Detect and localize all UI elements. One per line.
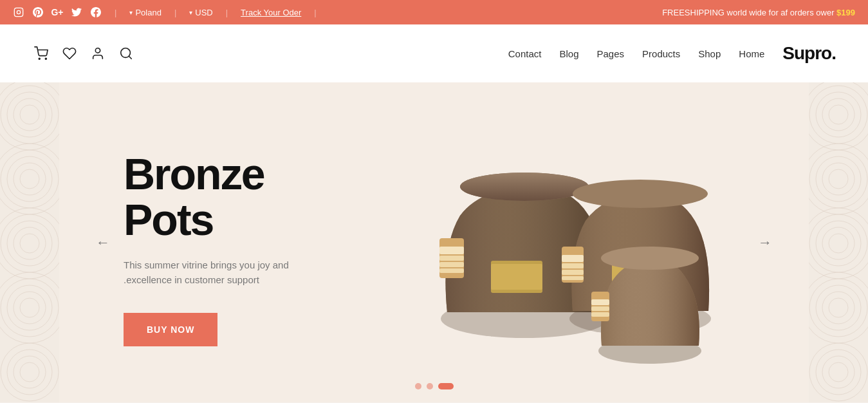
nav-home[interactable]: Home xyxy=(739,48,764,59)
svg-point-52 xyxy=(829,362,848,382)
svg-rect-61 xyxy=(439,256,464,261)
svg-point-1 xyxy=(17,10,20,14)
svg-point-3 xyxy=(39,58,40,59)
svg-point-29 xyxy=(14,356,46,388)
svg-rect-62 xyxy=(439,262,464,267)
svg-point-41 xyxy=(809,144,868,214)
svg-point-42 xyxy=(829,234,848,253)
svg-rect-70 xyxy=(562,263,584,268)
user-icon[interactable] xyxy=(89,44,107,62)
svg-rect-60 xyxy=(439,247,464,254)
region-label: Poland xyxy=(135,8,161,17)
svg-point-35 xyxy=(809,86,867,144)
svg-rect-80 xyxy=(591,312,609,317)
nav-shop[interactable]: Shop xyxy=(698,48,721,59)
svg-point-40 xyxy=(809,150,867,208)
svg-point-36 xyxy=(809,82,868,150)
swirl-decoration-left xyxy=(0,82,59,402)
svg-point-19 xyxy=(14,227,46,259)
svg-rect-72 xyxy=(562,276,584,280)
svg-point-58 xyxy=(460,173,589,201)
slide-inner: Bronze Pots This summer vitrine brings y… xyxy=(59,82,809,402)
svg-point-55 xyxy=(809,343,867,401)
svg-rect-71 xyxy=(562,270,584,275)
logo[interactable]: Supro. xyxy=(782,43,836,64)
main-nav: Contact Blog Pages Products Shop Home xyxy=(508,48,765,59)
svg-point-43 xyxy=(822,227,854,259)
svg-point-4 xyxy=(45,58,46,59)
slide-text: Bronze Pots This summer vitrine brings y… xyxy=(124,138,368,347)
chevron-down-icon: ▾ xyxy=(129,9,133,16)
facebook-icon[interactable] xyxy=(90,6,102,18)
svg-point-18 xyxy=(20,234,39,253)
hero-section: ← → Bronze Pots This summer vitrine brin… xyxy=(0,82,868,402)
prev-arrow[interactable]: ← xyxy=(91,231,115,254)
svg-point-53 xyxy=(822,356,854,388)
bronze-pots-image xyxy=(396,132,730,383)
svg-point-50 xyxy=(809,279,867,337)
instagram-icon[interactable] xyxy=(13,6,24,18)
swirl-decoration-right xyxy=(809,82,868,402)
nav-blog[interactable]: Blog xyxy=(559,48,578,59)
track-order-link[interactable]: Track Your Oder xyxy=(241,8,301,17)
twitter-icon[interactable] xyxy=(71,6,82,18)
svg-point-21 xyxy=(1,214,59,272)
track-order-text[interactable]: Track Your Oder xyxy=(241,8,301,17)
divider-2: | xyxy=(174,8,176,17)
pinterest-icon[interactable] xyxy=(32,6,44,18)
dot-1[interactable] xyxy=(415,383,421,389)
svg-point-11 xyxy=(1,86,59,144)
divider-1: | xyxy=(115,8,116,17)
svg-point-33 xyxy=(822,98,854,131)
next-arrow[interactable]: → xyxy=(753,231,777,254)
svg-point-22 xyxy=(0,208,59,279)
svg-point-23 xyxy=(20,298,39,317)
google-plus-icon[interactable]: G+ xyxy=(51,6,63,18)
svg-point-38 xyxy=(822,163,854,195)
shipping-notice: FREESHIPPING world wide for af orders ow… xyxy=(662,8,855,17)
divider-4: | xyxy=(314,8,316,17)
svg-point-8 xyxy=(20,105,39,124)
header: Contact Blog Pages Products Shop Home Su… xyxy=(0,24,868,82)
cart-icon[interactable] xyxy=(32,44,50,62)
svg-point-48 xyxy=(822,292,854,324)
shipping-price: $199 xyxy=(836,8,855,17)
slide-dots xyxy=(415,383,454,389)
svg-point-17 xyxy=(0,144,59,214)
nav-products[interactable]: Products xyxy=(642,48,680,59)
svg-point-37 xyxy=(829,169,848,189)
header-icons xyxy=(32,44,508,62)
svg-point-67 xyxy=(573,180,708,208)
region-selector[interactable]: ▾ Poland xyxy=(129,8,161,17)
currency-label: USD xyxy=(195,8,212,17)
svg-point-27 xyxy=(0,272,59,343)
svg-rect-0 xyxy=(14,8,23,16)
dot-2[interactable] xyxy=(427,383,433,389)
svg-point-45 xyxy=(809,214,867,272)
buy-now-button[interactable]: BUY NOW xyxy=(124,313,217,346)
slide-title: Bronze Pots xyxy=(124,151,368,243)
slide-image xyxy=(368,82,757,402)
svg-rect-78 xyxy=(591,299,609,305)
svg-point-2 xyxy=(21,10,21,10)
social-links: G+ xyxy=(13,6,102,18)
nav-pages[interactable]: Pages xyxy=(597,48,625,59)
svg-rect-63 xyxy=(439,268,464,273)
svg-rect-65 xyxy=(491,264,542,290)
currency-selector[interactable]: ▾ USD xyxy=(189,8,212,17)
svg-point-12 xyxy=(0,82,59,150)
slide: ← → Bronze Pots This summer vitrine brin… xyxy=(59,82,809,402)
svg-point-26 xyxy=(1,279,59,337)
svg-line-7 xyxy=(129,56,131,59)
dot-3[interactable] xyxy=(438,383,454,389)
nav-contact[interactable]: Contact xyxy=(508,48,542,59)
search-icon[interactable] xyxy=(117,44,135,62)
wishlist-icon[interactable] xyxy=(60,44,78,62)
svg-point-32 xyxy=(829,105,848,124)
svg-rect-79 xyxy=(591,306,609,311)
svg-point-16 xyxy=(1,150,59,208)
svg-point-24 xyxy=(14,292,46,324)
svg-point-28 xyxy=(20,362,39,382)
chevron-down-icon-2: ▾ xyxy=(189,9,192,16)
svg-rect-69 xyxy=(562,255,584,262)
